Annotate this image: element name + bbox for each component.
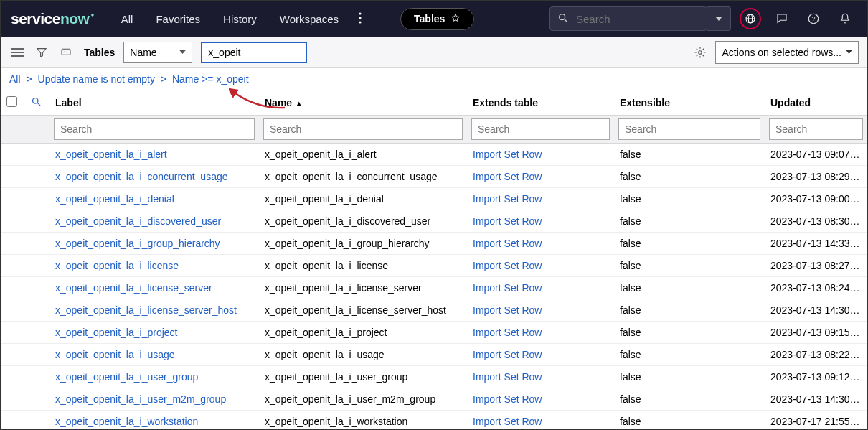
global-search[interactable] xyxy=(549,6,707,31)
cell-extensible: false xyxy=(620,327,641,338)
search-label[interactable] xyxy=(54,118,255,140)
cell-extensible: false xyxy=(620,193,641,205)
cell-label[interactable]: x_opeit_openit_la_i_workstation xyxy=(55,416,198,427)
gear-icon[interactable] xyxy=(692,45,708,60)
table-row: x_opeit_openit_la_i_discovered_userx_ope… xyxy=(1,210,867,233)
cell-extends[interactable]: Import Set Row xyxy=(473,304,542,316)
cell-extends[interactable]: Import Set Row xyxy=(473,193,542,205)
cell-updated: 2023-07-17 21:55:38 xyxy=(770,416,864,427)
col-label[interactable]: Label xyxy=(49,90,259,116)
tables-pill[interactable]: Tables xyxy=(400,8,474,30)
cell-updated: 2023-07-13 08:22:40 xyxy=(770,349,864,360)
global-search-input[interactable] xyxy=(576,13,712,25)
globe-icon xyxy=(745,13,756,24)
search-name[interactable] xyxy=(263,118,463,140)
cell-label[interactable]: x_opeit_openit_la_i_denial xyxy=(55,193,174,205)
cell-extends[interactable]: Import Set Row xyxy=(473,238,542,249)
list-menu-icon[interactable] xyxy=(9,45,25,60)
actions-select[interactable]: Actions on selected rows... xyxy=(715,41,859,64)
cell-extensible: false xyxy=(620,349,641,360)
cell-name: x_opeit_openit_la_i_workstation xyxy=(265,416,407,427)
select-all-checkbox[interactable] xyxy=(6,96,17,107)
cell-extensible: false xyxy=(620,282,641,294)
logo[interactable]: servicenow● xyxy=(11,10,94,27)
search-extends[interactable] xyxy=(471,118,610,140)
cell-label[interactable]: x_opeit_openit_la_i_usage xyxy=(55,349,175,360)
nav-workspaces[interactable]: Workspaces xyxy=(270,7,349,31)
nav-favorites[interactable]: Favorites xyxy=(146,7,210,31)
col-updated[interactable]: Updated xyxy=(765,90,867,116)
star-icon xyxy=(450,13,461,25)
cell-name: x_opeit_openit_la_i_discovered_user xyxy=(265,215,430,227)
cell-updated: 2023-07-13 09:15:17 xyxy=(770,327,864,338)
cell-label[interactable]: x_opeit_openit_la_i_group_hierarchy xyxy=(55,238,220,249)
cell-label[interactable]: x_opeit_openit_la_i_user_group xyxy=(55,371,198,383)
cell-updated: 2023-07-13 09:12:06 xyxy=(770,371,864,383)
cell-extends[interactable]: Import Set Row xyxy=(473,327,542,338)
actions-label: Actions on selected rows... xyxy=(722,47,841,58)
cell-label[interactable]: x_opeit_openit_la_i_discovered_user xyxy=(55,215,221,227)
data-table: Label Name▲ Extends table Extensible Upd… xyxy=(1,90,867,430)
col-extends[interactable]: Extends table xyxy=(467,90,614,116)
column-search-icon[interactable] xyxy=(31,98,42,109)
cell-extends[interactable]: Import Set Row xyxy=(473,349,542,360)
cell-extends[interactable]: Import Set Row xyxy=(473,171,542,182)
table-row: x_opeit_openit_la_i_alertx_opeit_openit_… xyxy=(1,144,867,166)
crumb-update[interactable]: Update name is not empty xyxy=(38,73,155,85)
logo-dot-icon: ● xyxy=(90,11,93,18)
crumb-all[interactable]: All xyxy=(9,73,21,85)
svg-line-17 xyxy=(37,103,40,106)
cell-updated: 2023-07-13 09:00:27 xyxy=(770,193,864,205)
col-name[interactable]: Name▲ xyxy=(259,90,467,116)
globe-button[interactable] xyxy=(738,6,763,31)
cell-extensible: false xyxy=(620,215,641,227)
cell-name: x_opeit_openit_la_i_user_group xyxy=(265,371,407,383)
filter-icon[interactable] xyxy=(34,45,49,60)
search-scope-dropdown[interactable] xyxy=(707,6,731,31)
cell-extends[interactable]: Import Set Row xyxy=(473,282,542,294)
svg-text:?: ? xyxy=(811,15,815,22)
table-row: x_opeit_openit_la_i_licensex_opeit_openi… xyxy=(1,255,867,277)
search-updated[interactable] xyxy=(769,118,863,140)
cell-label[interactable]: x_opeit_openit_la_i_user_m2m_group xyxy=(55,393,226,405)
cell-label[interactable]: x_opeit_openit_la_i_license_server xyxy=(55,282,212,294)
cell-extensible: false xyxy=(620,371,641,383)
cell-extends[interactable]: Import Set Row xyxy=(473,393,542,405)
cell-extensible: false xyxy=(620,171,641,182)
cell-name: x_opeit_openit_la_i_license_server_host xyxy=(265,304,446,316)
col-extensible[interactable]: Extensible xyxy=(614,90,765,116)
cell-label[interactable]: x_opeit_openit_la_i_project xyxy=(55,327,177,338)
table-row: x_opeit_openit_la_i_group_hierarchyx_ope… xyxy=(1,233,867,255)
header-row: Label Name▲ Extends table Extensible Upd… xyxy=(1,90,867,116)
crumb-name[interactable]: Name >= x_opeit xyxy=(172,73,249,85)
cell-extends[interactable]: Import Set Row xyxy=(473,149,542,160)
table-row: x_opeit_openit_la_i_user_groupx_opeit_op… xyxy=(1,366,867,388)
cell-label[interactable]: x_opeit_openit_la_i_license_server_host xyxy=(55,304,237,316)
cell-label[interactable]: x_opeit_openit_la_i_concurrent_usage xyxy=(55,171,228,182)
nav-all[interactable]: All xyxy=(111,7,143,31)
cell-extends[interactable]: Import Set Row xyxy=(473,416,542,427)
cell-label[interactable]: x_opeit_openit_la_i_license xyxy=(55,260,179,271)
cell-extends[interactable]: Import Set Row xyxy=(473,260,542,271)
search-extensible[interactable] xyxy=(618,118,760,140)
table-row: x_opeit_openit_la_i_license_serverx_opei… xyxy=(1,277,867,299)
cell-updated: 2023-07-13 14:33:22 xyxy=(770,238,864,249)
svg-point-0 xyxy=(359,12,361,14)
cell-extensible: false xyxy=(620,238,641,249)
help-icon[interactable]: ? xyxy=(801,6,826,31)
sort-asc-icon: ▲ xyxy=(295,99,303,108)
svg-point-16 xyxy=(33,98,39,104)
cell-name: x_opeit_openit_la_i_concurrent_usage xyxy=(265,171,438,182)
cell-extends[interactable]: Import Set Row xyxy=(473,215,542,227)
nav-more-icon[interactable] xyxy=(352,9,369,29)
table-row: x_opeit_openit_la_i_workstationx_opeit_o… xyxy=(1,411,867,431)
search-field-select[interactable]: Name xyxy=(123,42,192,63)
cell-extends[interactable]: Import Set Row xyxy=(473,371,542,383)
name-filter-input[interactable] xyxy=(201,42,307,63)
cell-label[interactable]: x_opeit_openit_la_i_alert xyxy=(55,149,167,160)
nav-history[interactable]: History xyxy=(213,7,267,31)
chat-icon[interactable] xyxy=(770,6,794,31)
activity-icon[interactable] xyxy=(58,45,74,60)
cell-extensible: false xyxy=(620,304,641,316)
bell-icon[interactable] xyxy=(833,6,857,31)
